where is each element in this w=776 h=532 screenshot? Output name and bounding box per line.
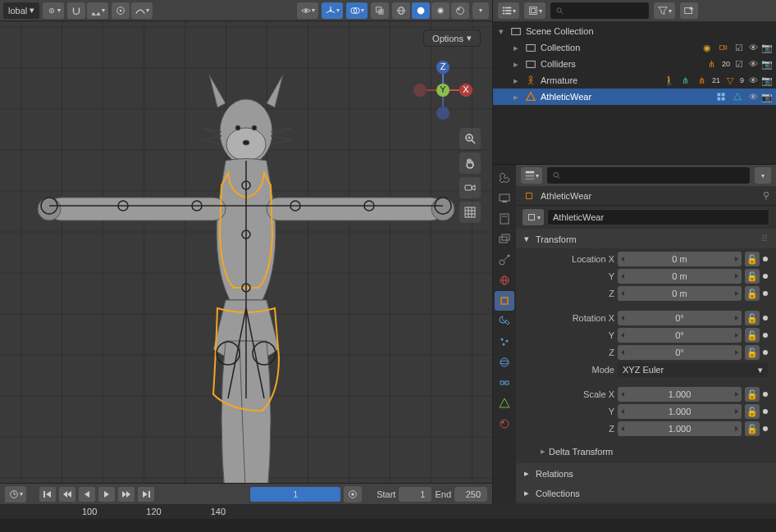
timeline-ruler[interactable]: 100 120 140 (0, 504, 776, 519)
timeline-editor-type[interactable]: ▾ (5, 486, 26, 502)
viewport-options-dropdown[interactable]: Options▾ (423, 30, 481, 47)
keyframe-next-button[interactable] (118, 487, 135, 502)
tab-particles[interactable] (495, 332, 514, 352)
lock-icon[interactable]: 🔓 (745, 252, 760, 266)
rotation-x-field[interactable]: 0° (618, 311, 742, 325)
lock-icon[interactable]: 🔓 (745, 345, 760, 360)
autokey-button[interactable] (344, 486, 362, 502)
tab-scene[interactable] (495, 250, 514, 270)
keyframe-dot[interactable] (763, 426, 768, 431)
relations-panel-header[interactable]: ▸Relations (516, 464, 776, 483)
keyframe-dot[interactable] (763, 274, 768, 279)
jump-end-button[interactable] (138, 487, 154, 502)
tab-material[interactable] (495, 414, 514, 434)
navigation-gizmo[interactable]: Z X Y (410, 57, 476, 123)
armature-row[interactable]: ▸ Armature 🚶 ⋔ ⋔21 ▽9 👁📷 (493, 72, 776, 89)
keyframe-dot[interactable] (763, 409, 768, 414)
end-frame-field[interactable]: 250 (454, 487, 487, 502)
disclosure-icon[interactable]: ▸ (511, 59, 521, 70)
orientation-dropdown[interactable]: lobal▾ (3, 2, 39, 19)
tab-tool[interactable] (495, 168, 514, 188)
datablock-type-button[interactable]: ▾ (523, 209, 544, 225)
camera-view-tool[interactable] (459, 177, 481, 198)
lock-icon[interactable]: 🔓 (745, 328, 760, 343)
location-y-field[interactable]: 0 m (618, 269, 742, 284)
rotation-z-field[interactable]: 0° (618, 345, 742, 360)
scene-collection-row[interactable]: ▾ Scene Collection (493, 23, 776, 39)
lock-icon[interactable]: 🔓 (745, 404, 760, 419)
tab-output[interactable] (495, 209, 514, 229)
play-button[interactable] (98, 487, 115, 502)
properties-search[interactable] (547, 167, 750, 184)
pivot-button[interactable]: ▾ (43, 2, 64, 19)
shading-rendered[interactable] (451, 2, 469, 19)
render-icon[interactable]: 📷 (761, 91, 773, 102)
lock-icon[interactable]: 🔓 (745, 286, 760, 301)
zoom-tool[interactable] (459, 128, 481, 149)
shading-solid[interactable] (412, 2, 430, 19)
eye-icon[interactable]: 👁 (747, 91, 759, 102)
outliner-filter-button[interactable]: ▾ (654, 2, 675, 19)
rotation-mode-dropdown[interactable]: XYZ Euler▾ (618, 362, 768, 377)
outliner-editor-type[interactable]: ▾ (498, 2, 519, 19)
tab-world[interactable] (495, 271, 514, 290)
colliders-row[interactable]: ▸ Colliders ⋔20 ☑👁📷 (493, 56, 776, 72)
location-z-field[interactable]: 0 m (618, 286, 742, 301)
proportional-toggle[interactable] (112, 2, 130, 19)
timeline-track[interactable] (0, 519, 776, 532)
play-reverse-button[interactable] (79, 487, 95, 502)
current-frame-field[interactable]: 1 (250, 487, 340, 502)
disclosure-icon[interactable]: ▸ (511, 43, 521, 53)
keyframe-dot[interactable] (763, 257, 768, 261)
eye-icon[interactable]: 👁 (747, 42, 759, 53)
tab-object[interactable] (495, 291, 514, 311)
render-icon[interactable]: 📷 (761, 42, 773, 53)
tab-modifiers[interactable] (495, 311, 514, 331)
scale-y-field[interactable]: 1.000 (618, 404, 742, 419)
tab-viewlayer[interactable] (495, 230, 514, 249)
shading-matprev[interactable] (431, 2, 450, 19)
rotation-y-field[interactable]: 0° (618, 328, 742, 343)
pin-icon[interactable]: ⚲ (763, 190, 769, 201)
outliner-search[interactable] (550, 2, 649, 19)
checkbox-icon[interactable]: ☑ (733, 58, 745, 70)
scale-x-field[interactable]: 1.000 (618, 387, 742, 402)
outliner-search-input[interactable] (567, 6, 644, 16)
disclosure-icon[interactable]: ▸ (511, 75, 521, 86)
tab-data[interactable] (495, 393, 514, 413)
eye-icon[interactable]: 👁 (747, 75, 759, 86)
keyframe-dot[interactable] (763, 392, 768, 397)
object-name-input[interactable] (547, 209, 769, 225)
overlays-button[interactable]: ▾ (346, 2, 367, 19)
keyframe-dot[interactable] (763, 316, 768, 321)
lock-icon[interactable]: 🔓 (745, 387, 760, 402)
jump-start-button[interactable] (39, 487, 56, 502)
outliner-display-mode[interactable]: ▾ (524, 2, 545, 19)
xray-button[interactable] (371, 2, 389, 19)
lock-icon[interactable]: 🔓 (745, 421, 760, 436)
proportional-falloff[interactable]: ▾ (131, 2, 153, 19)
outliner-tree[interactable]: ▾ Scene Collection ▸ Collection ◉ ☑👁📷 ▸ … (493, 21, 776, 164)
transform-panel-header[interactable]: ▾Transform⠿ (516, 230, 776, 248)
keyframe-prev-button[interactable] (59, 487, 75, 502)
render-icon[interactable]: 📷 (761, 58, 773, 70)
render-icon[interactable]: 📷 (761, 75, 773, 86)
delta-transform-header[interactable]: Delta Transform (549, 447, 613, 457)
tab-physics[interactable] (495, 352, 514, 372)
properties-editor-type[interactable]: ▾ (521, 167, 542, 184)
outliner-new-collection[interactable] (680, 2, 698, 19)
collections-panel-header[interactable]: ▸Collections (516, 484, 776, 502)
eye-icon[interactable]: 👁 (747, 58, 759, 70)
scale-z-field[interactable]: 1.000 (618, 421, 742, 436)
disclosure-icon[interactable]: ▸ (511, 92, 521, 102)
pan-tool[interactable] (459, 152, 481, 174)
keyframe-dot[interactable] (763, 333, 768, 338)
properties-options[interactable]: ▾ (755, 167, 771, 184)
tab-render[interactable] (495, 189, 514, 208)
keyframe-dot[interactable] (763, 291, 768, 296)
gizmo-button[interactable]: ▾ (322, 2, 343, 19)
properties-search-input[interactable] (564, 171, 745, 180)
snap-toggle[interactable] (67, 2, 85, 19)
checkbox-icon[interactable]: ☑ (733, 42, 745, 53)
start-frame-field[interactable]: 1 (399, 487, 431, 502)
